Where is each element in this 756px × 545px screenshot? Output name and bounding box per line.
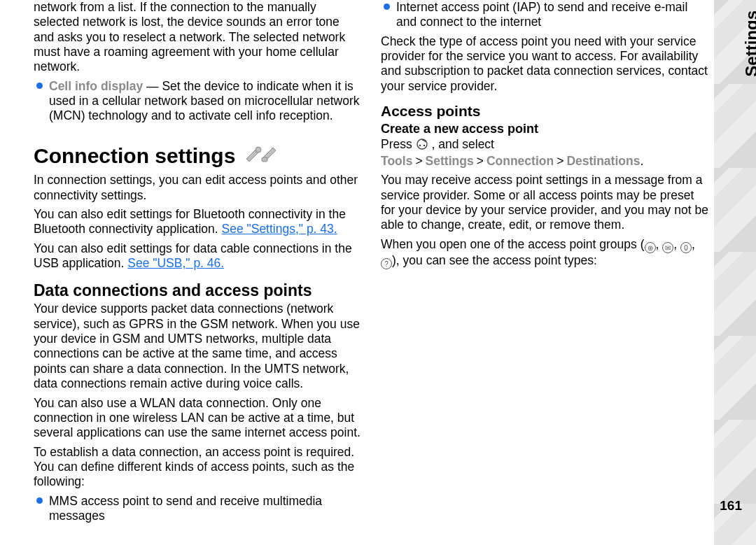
paragraph: You can also use a WLAN data connection.… (34, 396, 361, 441)
menu-path-instruction: Press , and select Tools>Settings>Connec… (381, 137, 708, 169)
list-item: Internet access point (IAP) to send and … (381, 0, 708, 30)
paragraph: Your device supports packet data connect… (34, 302, 361, 391)
menu-item: Tools (381, 154, 412, 168)
menu-key-icon (416, 138, 428, 154)
svg-point-4 (423, 144, 425, 146)
page-content: network from a list. If the connection t… (34, 0, 708, 524)
option-label: Cell info display (49, 79, 143, 93)
text: , and select (431, 137, 494, 151)
paragraph: In connection settings, you can edit acc… (34, 173, 361, 203)
paragraph: Check the type of access point you need … (381, 34, 708, 94)
paragraph: To establish a data connection, an acces… (34, 445, 361, 490)
text: When you open one of the access point gr… (381, 237, 645, 251)
heading-connection-settings: Connection settings (34, 142, 361, 171)
wrench-screwdriver-icon (242, 142, 280, 171)
heading-text: Connection settings (34, 143, 235, 169)
group-mms-icon: ✉ (662, 242, 673, 253)
menu-path: Tools>Settings>Connection>Destinations (381, 154, 640, 168)
text: ), you can see the access point types: (392, 253, 597, 267)
svg-point-0 (255, 147, 261, 153)
group-globe-icon: ⊕ (645, 242, 656, 253)
paragraph: You can also edit settings for Bluetooth… (34, 207, 361, 237)
group-wap-icon: 0 (680, 242, 692, 253)
manual-page: { "side_tab": "Settings", "page_number":… (0, 0, 756, 545)
text: Press (381, 137, 416, 151)
paragraph: network from a list. If the connection t… (34, 0, 361, 75)
svg-rect-1 (262, 157, 267, 162)
svg-point-3 (419, 144, 421, 146)
list-item: MMS access point to send and receive mul… (34, 494, 361, 524)
group-unknown-icon: ? (381, 258, 392, 269)
paragraph: When you open one of the access point gr… (381, 237, 708, 269)
page-edge-decoration (714, 0, 756, 545)
paragraph: You may receive access point settings in… (381, 173, 708, 232)
cross-ref-link[interactable]: See "USB," p. 46. (127, 256, 224, 270)
heading-access-points: Access points (381, 102, 708, 120)
option-list: Cell info display — Set the device to in… (34, 79, 361, 124)
heading-create-access-point: Create a new access point (381, 122, 708, 137)
page-number: 161 (720, 498, 742, 514)
heading-data-connections: Data connections and access points (34, 281, 361, 300)
menu-item: Settings (426, 154, 474, 168)
svg-point-2 (417, 139, 427, 149)
menu-item: Connection (486, 154, 554, 168)
cross-ref-link[interactable]: See "Settings," p. 43. (222, 222, 337, 236)
menu-item: Destinations (566, 154, 640, 168)
section-tab-label: Settings (742, 10, 756, 77)
list-item: Cell info display — Set the device to in… (34, 79, 361, 124)
paragraph: You can also edit settings for data cabl… (34, 241, 361, 271)
